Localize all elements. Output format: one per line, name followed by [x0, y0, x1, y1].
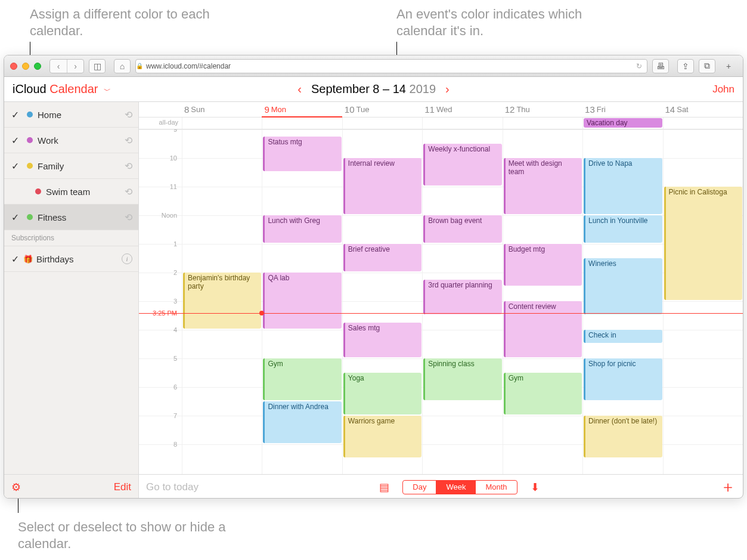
allday-cell[interactable]	[182, 117, 262, 129]
hour-label: 2	[139, 269, 182, 276]
print-button[interactable]: 🖶	[652, 59, 669, 73]
day-header[interactable]: 8 Sun	[182, 102, 262, 117]
calendar-name: Birthdays	[36, 254, 74, 264]
sidebar-calendar-item[interactable]: ✓ Fitness ⟲	[4, 205, 138, 230]
minimize-window-button[interactable]	[22, 63, 29, 70]
allday-event[interactable]: Vacation day	[584, 118, 662, 128]
calendar-event[interactable]: Meet with design team	[504, 158, 582, 214]
sidebar-calendar-item[interactable]: ✓ Work ⟲	[4, 128, 138, 153]
calendar-event[interactable]: Brown bag event	[423, 215, 501, 243]
share-icon[interactable]: ⟲	[125, 135, 132, 146]
calendar-event[interactable]: Drive to Napa	[584, 158, 662, 214]
calendar-event[interactable]: Content review	[504, 301, 582, 357]
calendar-color-dot	[27, 214, 33, 220]
day-column[interactable]: Picnic in Calistoga	[663, 129, 743, 474]
share-icon[interactable]: ⟲	[125, 212, 132, 223]
calendar-event[interactable]: Lunch in Yountville	[584, 215, 662, 243]
reload-icon[interactable]: ↻	[636, 62, 647, 70]
add-event-button[interactable]: ＋	[720, 477, 736, 497]
calendar-name: Work	[38, 135, 58, 146]
allday-cell[interactable]	[503, 117, 582, 129]
calendar-event[interactable]: Gym	[263, 358, 341, 400]
calendar-event[interactable]: Check in	[584, 330, 662, 343]
calendar-checkbox[interactable]: ✓	[11, 135, 22, 146]
day-column[interactable]: Benjamin's birthday party	[182, 129, 262, 474]
calendar-event[interactable]: Lunch with Greg	[263, 215, 341, 243]
prev-week-button[interactable]: ‹	[297, 82, 302, 96]
user-name[interactable]: John	[712, 83, 734, 95]
calendar-event[interactable]: Brief creative	[343, 244, 421, 271]
calendar-event[interactable]: Budget mtg	[504, 244, 582, 286]
day-column[interactable]: Weekly x-functionalBrown bag event3rd qu…	[422, 129, 502, 474]
url-field[interactable]: 🔒 www.icloud.com/#calendar ↻	[135, 59, 647, 73]
calendar-event[interactable]: Weekly x-functional	[423, 144, 501, 185]
forward-button[interactable]: ›	[67, 60, 83, 73]
calendar-event[interactable]: Warriors game	[343, 416, 421, 457]
calendar-event[interactable]: Wineries	[584, 258, 662, 314]
calendar-event[interactable]: Status mtg	[263, 137, 341, 171]
day-column[interactable]: Status mtgLunch with GregQA labGymDinner…	[262, 129, 342, 474]
sidebar-subscription-item[interactable]: ✓ 🎁 Birthdays i	[4, 246, 138, 272]
browser-window: ‹ › ◫ ⌂ 🔒 www.icloud.com/#calendar ↻ 🖶 ⇪…	[4, 55, 743, 499]
sidebar-toggle-button[interactable]: ◫	[89, 59, 106, 73]
calendar-event[interactable]: QA lab	[263, 273, 341, 329]
calendar-event[interactable]: Dinner (don't be late!)	[584, 416, 662, 457]
list-view-icon[interactable]: ▤	[373, 481, 395, 494]
share-icon[interactable]: ⟲	[125, 160, 132, 172]
calendar-event[interactable]: Yoga	[343, 373, 421, 414]
view-month[interactable]: Month	[475, 481, 516, 494]
app-title[interactable]: iCloud Calendar ﹀	[13, 82, 111, 96]
calendar-checkbox[interactable]: ✓	[11, 253, 22, 265]
day-header[interactable]: 14 Sat	[663, 102, 743, 117]
reader-button[interactable]: ⌂	[114, 59, 131, 73]
tabs-button[interactable]: ⧉	[699, 59, 715, 73]
edit-button[interactable]: Edit	[114, 481, 131, 493]
calendar-event[interactable]: Internal review	[343, 158, 421, 214]
calendar-event[interactable]: Spinning class	[423, 358, 501, 400]
next-week-button[interactable]: ›	[445, 82, 450, 96]
allday-cell[interactable]	[422, 117, 502, 129]
calendar-checkbox[interactable]: ✓	[11, 109, 22, 120]
info-icon[interactable]: i	[122, 253, 132, 264]
view-week[interactable]: Week	[436, 481, 475, 494]
calendar-event[interactable]: Picnic in Calistoga	[664, 187, 742, 300]
share-button[interactable]: ⇪	[677, 59, 694, 73]
calendar-event[interactable]: Sales mtg	[343, 323, 421, 357]
allday-cell[interactable]	[342, 117, 422, 129]
calendar-event[interactable]: Benjamin's birthday party	[183, 273, 261, 329]
day-header[interactable]: 9 Mon	[262, 102, 342, 117]
download-icon[interactable]: ⬇	[525, 481, 545, 494]
share-icon[interactable]: ⟲	[125, 109, 132, 120]
allday-cell[interactable]	[262, 117, 342, 129]
zoom-window-button[interactable]	[34, 63, 41, 70]
allday-cell[interactable]: Vacation day	[582, 117, 662, 129]
go-to-today[interactable]: Go to today	[146, 481, 199, 493]
gear-icon[interactable]: ⚙	[11, 481, 21, 494]
calendar-event[interactable]: 3rd quarter planning	[423, 280, 501, 314]
day-header[interactable]: 10 Tue	[342, 102, 422, 117]
back-button[interactable]: ‹	[50, 60, 67, 73]
view-day[interactable]: Day	[403, 481, 436, 494]
day-column[interactable]: Meet with design teamBudget mtgContent r…	[503, 129, 582, 474]
calendar-event[interactable]: Dinner with Andrea	[263, 401, 341, 443]
browser-nav-buttons: ‹ ›	[49, 59, 84, 73]
sidebar-calendar-item[interactable]: ✓ Home ⟲	[4, 102, 138, 128]
sidebar-calendar-item[interactable]: ✓ Family ⟲	[4, 153, 138, 179]
share-icon[interactable]: ⟲	[125, 186, 132, 197]
calendar-color-dot	[35, 188, 41, 194]
sidebar-calendar-item[interactable]: Swim team ⟲	[4, 179, 138, 205]
day-header[interactable]: 11 Wed	[422, 102, 502, 117]
calendar-event[interactable]: Gym	[504, 373, 582, 414]
close-window-button[interactable]	[10, 63, 17, 70]
calendar-checkbox[interactable]: ✓	[11, 212, 22, 223]
new-tab-button[interactable]: +	[720, 59, 737, 73]
calendar-event[interactable]: Shop for picnic	[584, 358, 662, 400]
calendar-checkbox[interactable]: ✓	[11, 160, 22, 172]
day-column[interactable]: Drive to NapaLunch in YountvilleWineries…	[582, 129, 662, 474]
window-controls	[10, 63, 41, 70]
allday-cell[interactable]	[663, 117, 743, 129]
day-column[interactable]: Internal reviewBrief creativeSales mtgYo…	[342, 129, 422, 474]
day-header[interactable]: 12 Thu	[503, 102, 582, 117]
hour-grid[interactable]: 91011Noon12345678 Benjamin's birthday pa…	[139, 129, 743, 474]
day-header[interactable]: 13 Fri	[582, 102, 662, 117]
